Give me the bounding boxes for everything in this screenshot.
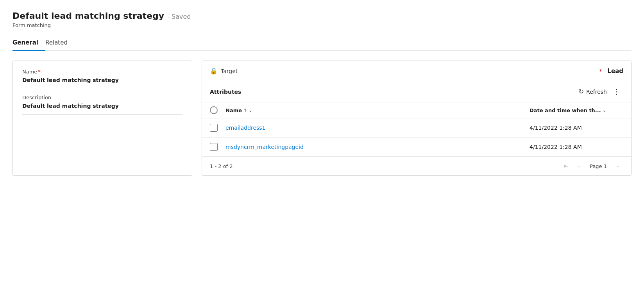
tabs-container: General Related <box>13 36 631 51</box>
tab-related[interactable]: Related <box>45 36 75 51</box>
target-label: Target <box>221 68 596 74</box>
name-column-header[interactable]: Name ↑ ⌄ <box>225 107 530 113</box>
row-name-1[interactable]: emailaddress1 <box>225 125 530 131</box>
table-row[interactable]: emailaddress1 4/11/2022 1:28 AM <box>202 118 631 138</box>
description-divider <box>22 114 182 115</box>
select-all-checkbox[interactable] <box>210 106 218 114</box>
name-required: * <box>38 69 41 75</box>
page-header: Default lead matching strategy - Saved F… <box>13 11 631 28</box>
refresh-label: Refresh <box>586 89 607 95</box>
name-sort-icon: ↑ <box>243 108 247 113</box>
prev-page-button[interactable]: ← <box>573 161 585 171</box>
refresh-icon: ↻ <box>579 88 584 95</box>
date-filter-icon: ⌄ <box>603 108 606 113</box>
page-title-text: Default lead matching strategy <box>13 11 164 21</box>
table-header-row: Name ↑ ⌄ Date and time when th... ⌄ <box>202 102 631 118</box>
left-panel: Name* Default lead matching strategy Des… <box>13 61 192 176</box>
description-value: Default lead matching strategy <box>22 103 182 109</box>
page-subtitle: Form matching <box>13 22 631 28</box>
attributes-header: Attributes ↻ Refresh ⋮ <box>202 81 631 102</box>
page-label: Page 1 <box>587 162 610 171</box>
right-panel: 🔒 Target * Lead Attributes ↻ Refresh ⋮ N… <box>202 61 631 176</box>
table-row[interactable]: msdyncrm_marketingpageid 4/11/2022 1:28 … <box>202 138 631 157</box>
content-area: Name* Default lead matching strategy Des… <box>13 61 631 176</box>
tab-general[interactable]: General <box>13 36 45 51</box>
name-filter-icon: ⌄ <box>249 108 252 113</box>
target-required: * <box>599 68 602 74</box>
pagination-controls: ⇤ ← Page 1 → <box>561 161 623 171</box>
refresh-button[interactable]: ↻ Refresh <box>576 86 610 97</box>
row-name-2[interactable]: msdyncrm_marketingpageid <box>225 144 530 150</box>
row-date-2: 4/11/2022 1:28 AM <box>530 144 623 150</box>
pagination-info: 1 - 2 of 2 <box>210 163 233 169</box>
target-value: Lead <box>607 68 623 75</box>
row-date-1: 4/11/2022 1:28 AM <box>530 125 623 131</box>
row-checkbox-1[interactable] <box>210 124 218 132</box>
more-options-button[interactable]: ⋮ <box>610 86 623 97</box>
saved-status: - Saved <box>167 13 191 20</box>
first-page-button[interactable]: ⇤ <box>561 161 572 171</box>
lock-icon: 🔒 <box>210 67 218 75</box>
target-row: 🔒 Target * Lead <box>202 61 631 81</box>
attributes-title: Attributes <box>210 89 576 95</box>
row-checkbox-2[interactable] <box>210 143 218 151</box>
name-label: Name* <box>22 69 182 75</box>
table-footer: 1 - 2 of 2 ⇤ ← Page 1 → <box>202 157 631 175</box>
next-page-button[interactable]: → <box>612 161 623 171</box>
name-value: Default lead matching strategy <box>22 77 182 83</box>
description-label: Description <box>22 95 182 100</box>
page-title-row: Default lead matching strategy - Saved <box>13 11 631 21</box>
date-column-header[interactable]: Date and time when th... ⌄ <box>530 107 623 113</box>
name-divider <box>22 89 182 89</box>
